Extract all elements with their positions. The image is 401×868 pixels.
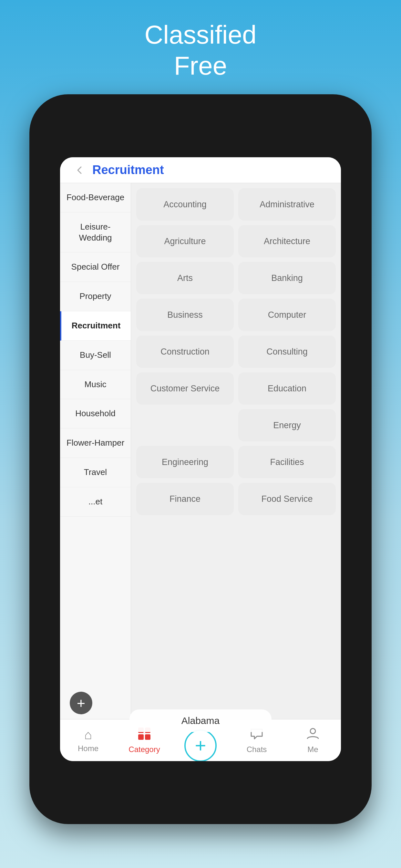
category-computer[interactable]: Computer [238,299,336,331]
sidebar-item-more[interactable]: ...et [60,487,131,517]
nav-home-label: Home [78,744,98,753]
category-consulting[interactable]: Consulting [238,336,336,368]
sidebar-item-leisure-wedding[interactable]: Leisure-Wedding [60,213,131,253]
category-finance[interactable]: Finance [136,483,234,515]
location-bar[interactable]: Alabama [129,709,272,732]
category-energy-placeholder [136,409,234,441]
content-area: Accounting Administrative Agriculture Ar… [131,183,341,719]
sidebar-item-property[interactable]: Property [60,282,131,311]
sidebar-item-household[interactable]: Household [60,399,131,429]
category-facilities[interactable]: Facilities [238,446,336,478]
nav-category-label: Category [128,745,160,754]
svg-point-4 [310,728,315,734]
category-food-service[interactable]: Food Service [238,483,336,515]
add-icon: + [195,736,206,755]
svg-rect-2 [138,734,144,740]
fab-button[interactable]: + [70,692,92,714]
add-button[interactable]: + [184,730,217,762]
category-grid: Accounting Administrative Agriculture Ar… [136,188,336,515]
sidebar-item-buy-sell[interactable]: Buy-Sell [60,341,131,370]
category-education[interactable]: Education [238,372,336,405]
category-agriculture[interactable]: Agriculture [136,225,234,257]
page-title: Recruitment [92,163,164,177]
home-icon: ⌂ [84,727,92,742]
nav-add[interactable]: + [173,736,228,745]
phone-screen: Recruitment Food-Beverage Leisure-Weddin… [60,157,341,761]
nav-home[interactable]: ⌂ Home [60,727,116,753]
sidebar-item-flower-hamper[interactable]: Flower-Hamper [60,429,131,458]
sidebar-item-special-offer[interactable]: Special Offer [60,252,131,282]
sidebar-item-food-beverage[interactable]: Food-Beverage [60,183,131,213]
category-administrative[interactable]: Administrative [238,188,336,221]
sidebar: Food-Beverage Leisure-Wedding Special Of… [60,183,131,719]
nav-me-label: Me [307,745,318,754]
category-business[interactable]: Business [136,299,234,331]
app-title: Classified Free [145,20,257,82]
sidebar-item-music[interactable]: Music [60,370,131,399]
screen-body: Food-Beverage Leisure-Wedding Special Of… [60,183,341,719]
category-engineering[interactable]: Engineering [136,446,234,478]
screen-header: Recruitment [60,157,341,183]
me-icon [306,726,320,743]
nav-me[interactable]: Me [285,726,341,754]
category-customer-service[interactable]: Customer Service [136,372,234,405]
category-architecture[interactable]: Architecture [238,225,336,257]
svg-rect-3 [145,734,150,740]
nav-chats-label: Chats [247,745,267,754]
category-banking[interactable]: Banking [238,262,336,294]
phone-frame: Recruitment Food-Beverage Leisure-Weddin… [29,94,372,824]
category-energy[interactable]: Energy [238,409,336,441]
back-button[interactable] [70,160,89,180]
fab-icon: + [77,696,85,710]
category-construction[interactable]: Construction [136,336,234,368]
sidebar-item-travel[interactable]: Travel [60,458,131,487]
category-arts[interactable]: Arts [136,262,234,294]
sidebar-item-recruitment[interactable]: Recruitment [60,311,131,341]
category-accounting[interactable]: Accounting [136,188,234,221]
